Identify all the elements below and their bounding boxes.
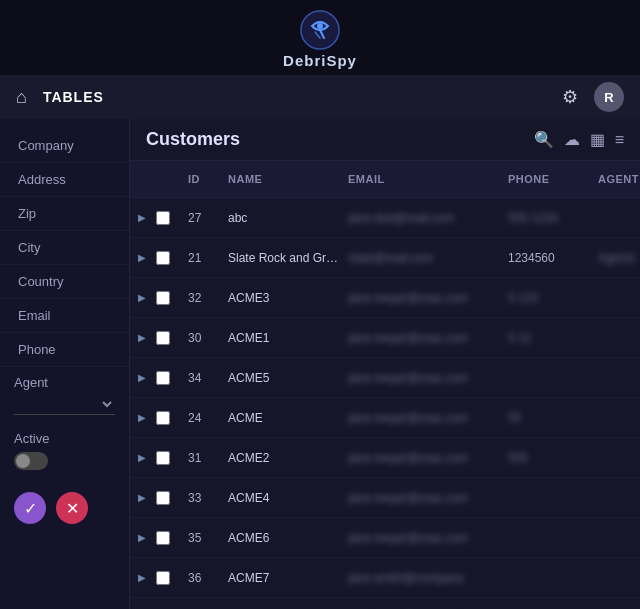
table-row: ▶ 37 ACME8 jane.smith@company 14 Jun 202… [130,598,640,609]
main-layout: Company Address Zip City Country Email P… [0,119,640,609]
row-name: ACME5 [224,371,344,385]
col-id[interactable]: Id [184,173,224,185]
agent-dropdown: Agent [0,367,129,423]
table-row: ▶ 31 ACME2 jane.meyer@mac.com 555 14 Jun… [130,438,640,478]
row-checkbox[interactable] [156,211,170,225]
row-checkbox[interactable] [156,331,170,345]
sidebar-item-address[interactable]: Address [0,163,129,197]
row-id: 27 [184,211,224,225]
row-checkbox[interactable] [156,531,170,545]
table-row: ▶ 21 Slate Rock and Gravel Company slate… [130,238,640,278]
row-checkbox[interactable] [156,291,170,305]
row-name: abc [224,211,344,225]
row-id: 24 [184,411,224,425]
row-expand[interactable]: ▶ [138,292,156,303]
table-title: Customers [146,129,524,150]
row-expand[interactable]: ▶ [138,332,156,343]
row-id: 34 [184,371,224,385]
row-name: ACME7 [224,571,344,585]
col-agent[interactable]: AGENT [594,173,640,185]
row-email: jane.doe@mail.com [344,211,504,225]
logo-text: DebriSpy [283,52,357,69]
sidebar: Company Address Zip City Country Email P… [0,119,130,609]
row-name: ACME [224,411,344,425]
row-expand[interactable]: ▶ [138,212,156,223]
cancel-button[interactable]: ✕ [56,492,88,524]
row-name: ACME2 [224,451,344,465]
row-expand[interactable]: ▶ [138,532,156,543]
row-email: jane.meyer@mac.com [344,331,504,345]
agent-label: Agent [14,375,115,390]
row-phone: 5 123 [504,291,594,305]
nav-bar: ⌂ TABLES ⚙ R [0,75,640,119]
row-name: ACME1 [224,331,344,345]
logo-area: DebriSpy [283,10,357,69]
row-checkbox[interactable] [156,411,170,425]
table-header: Customers 🔍 ☁ ▦ ≡ [130,119,640,161]
home-icon[interactable]: ⌂ [16,87,27,108]
filter-icon[interactable]: ≡ [615,131,624,149]
gear-icon[interactable]: ⚙ [562,86,578,108]
table-row: ▶ 30 ACME1 jane.meyer@mac.com 5 12 14 Ju… [130,318,640,358]
sidebar-item-country[interactable]: Country [0,265,129,299]
row-id: 36 [184,571,224,585]
row-phone: 5 12 [504,331,594,345]
row-checkbox[interactable] [156,371,170,385]
table-body: ▶ 27 abc jane.doe@mail.com 555 1234 21 J… [130,198,640,609]
row-expand[interactable]: ▶ [138,252,156,263]
logo-icon [300,10,340,50]
row-expand[interactable]: ▶ [138,572,156,583]
row-id: 30 [184,331,224,345]
row-name: ACME4 [224,491,344,505]
row-checkbox[interactable] [156,571,170,585]
row-email: jane.meyer@mac.com [344,491,504,505]
row-name: ACME3 [224,291,344,305]
confirm-button[interactable]: ✓ [14,492,46,524]
col-email[interactable]: EMAIL [344,173,504,185]
row-name: Slate Rock and Gravel Company [224,251,344,265]
row-email: jane.meyer@mac.com [344,411,504,425]
row-id: 21 [184,251,224,265]
nav-title: TABLES [43,89,104,105]
row-name: ACME6 [224,531,344,545]
sidebar-item-company[interactable]: Company [0,129,129,163]
search-icon[interactable]: 🔍 [534,130,554,149]
row-email: jane.meyer@mac.com [344,371,504,385]
row-expand[interactable]: ▶ [138,412,156,423]
table-row: ▶ 33 ACME4 jane.meyer@mac.com 14 Jun 202… [130,478,640,518]
row-email: jane.meyer@mac.com [344,531,504,545]
svg-point-1 [317,23,323,29]
table-row: ▶ 34 ACME5 jane.meyer@mac.com 14 Jun 202… [130,358,640,398]
row-id: 32 [184,291,224,305]
row-phone: 555 1234 [504,211,594,225]
column-headers: Id NAME EMAIL PHONE AGENT ACTIVE CERATIO… [130,161,640,198]
action-buttons: ✓ ✕ [0,484,129,532]
row-id: 31 [184,451,224,465]
columns-icon[interactable]: ▦ [590,130,605,149]
sidebar-item-email[interactable]: Email [0,299,129,333]
row-expand[interactable]: ▶ [138,492,156,503]
cloud-icon[interactable]: ☁ [564,130,580,149]
row-email: jane.smith@company [344,571,504,585]
content-area: Customers 🔍 ☁ ▦ ≡ Id NAME EMAIL PHONE AG… [130,119,640,609]
row-expand[interactable]: ▶ [138,452,156,463]
row-checkbox[interactable] [156,251,170,265]
table-row: ▶ 36 ACME7 jane.smith@company 14 Jun 202… [130,558,640,598]
active-section: Active [0,423,129,480]
avatar[interactable]: R [594,82,624,112]
sidebar-item-zip[interactable]: Zip [0,197,129,231]
active-toggle[interactable] [14,452,48,470]
active-label: Active [14,431,115,446]
agent-select[interactable] [14,394,115,415]
row-checkbox[interactable] [156,491,170,505]
col-phone[interactable]: PHONE [504,173,594,185]
row-phone: 555 [504,451,594,465]
row-expand[interactable]: ▶ [138,372,156,383]
row-checkbox[interactable] [156,451,170,465]
sidebar-item-phone[interactable]: Phone [0,333,129,367]
table-row: ▶ 35 ACME6 jane.meyer@mac.com 14 Jun 202… [130,518,640,558]
row-email: jane.meyer@mac.com [344,291,504,305]
row-email: jane.meyer@mac.com [344,451,504,465]
col-name[interactable]: NAME [224,173,344,185]
sidebar-item-city[interactable]: City [0,231,129,265]
